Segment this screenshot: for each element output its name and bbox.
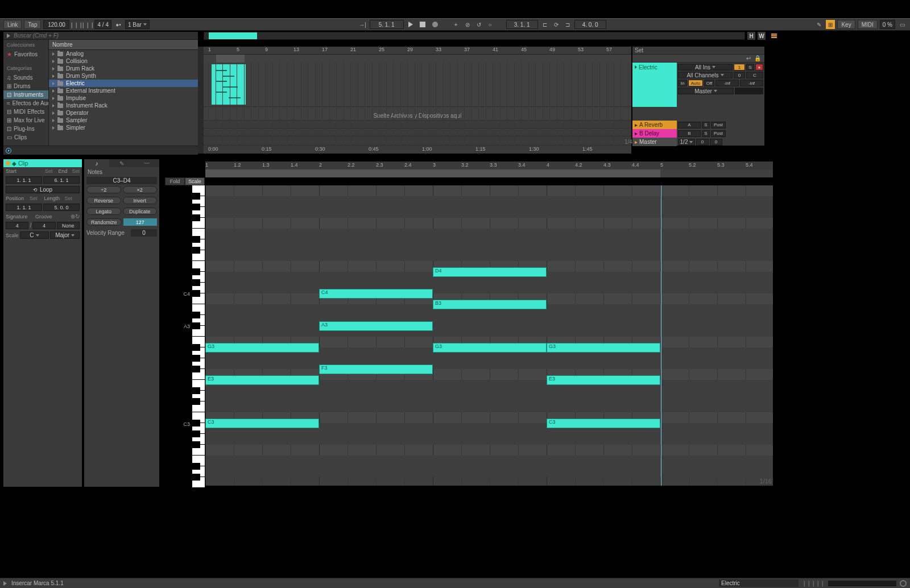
computer-midi-icon[interactable]: ⊞ [826, 20, 835, 29]
arrangement-ruler[interactable]: 159131721252933374145495357 [204, 47, 631, 55]
send-b[interactable]: -inf [740, 80, 763, 86]
notes-tab[interactable]: ♪ [84, 159, 109, 167]
quantize-field[interactable]: 1 Bar [125, 20, 150, 29]
vrange-value[interactable]: 0 [131, 229, 157, 237]
sidebar-item-drums[interactable]: ⊞Drums [3, 82, 48, 90]
stop-button[interactable] [420, 22, 425, 27]
record-button[interactable] [432, 22, 438, 27]
midi-note[interactable]: D4 [433, 267, 547, 277]
sidebar-item-sounds[interactable]: ♫Sounds [3, 73, 48, 82]
overview-viewport[interactable] [209, 32, 257, 39]
song-position[interactable]: 5. 1. 1 [370, 20, 404, 29]
preview-play-icon[interactable] [6, 148, 11, 154]
back-to-arr-icon[interactable]: ↩ [746, 55, 751, 61]
sidebar-item-plug-ins[interactable]: ⊡Plug-Ins [3, 125, 48, 133]
track-name[interactable]: Electric [632, 63, 677, 107]
fold-button[interactable]: Fold [165, 177, 185, 185]
arrangement-loop-lane[interactable] [204, 55, 631, 63]
legato-button[interactable]: Legato [86, 208, 121, 215]
browser-item[interactable]: Sampler [49, 117, 198, 124]
arrangement-clip[interactable] [212, 64, 246, 105]
midi-note[interactable]: C4 [319, 289, 433, 299]
browser-collapse-icon[interactable] [7, 34, 10, 38]
overdub-icon[interactable]: + [452, 20, 461, 29]
input-channel[interactable]: All Channels [678, 72, 733, 78]
loop-length-field[interactable]: 5. 0. 0 [43, 204, 80, 211]
arrangement-overview[interactable] [204, 32, 745, 40]
midi-note[interactable]: E3 [547, 375, 660, 385]
mon-auto[interactable]: Auto [688, 80, 703, 86]
browser-item[interactable]: Simpler [49, 124, 198, 131]
browser-item[interactable]: Drum Rack [49, 65, 198, 72]
return-a[interactable]: ▸A Reverb A S Post [632, 121, 764, 129]
sidebar-item-max-for-live[interactable]: ⊞Max for Live [3, 116, 48, 125]
browser-item[interactable]: Operator [49, 109, 198, 117]
menu-icon[interactable] [770, 32, 778, 40]
search-input[interactable] [14, 32, 198, 39]
arrange-view-button[interactable]: W [758, 32, 766, 40]
loop-icon[interactable]: ⟳ [552, 20, 561, 29]
scale-key[interactable]: C [20, 231, 49, 239]
half-button[interactable]: ÷2 [86, 186, 121, 193]
capture-icon[interactable]: ○ [486, 20, 495, 29]
midi-note[interactable]: G3 [547, 343, 660, 353]
master-track[interactable]: ▸Master 1/2 0 0 [632, 138, 764, 146]
key-map-button[interactable]: Key [837, 20, 855, 29]
sig-den[interactable]: 4 [32, 222, 55, 229]
loop-length[interactable]: 4. 0. 0 [574, 20, 606, 29]
sidebar-item-midi-effects[interactable]: ⊟MIDI Effects [3, 107, 48, 116]
clip-start[interactable]: 1. 1. 1 [6, 176, 42, 184]
track-header-main[interactable]: Electric All Ins 1 S ● All Channels 0 C … [632, 63, 764, 107]
midi-note[interactable]: B3 [433, 300, 547, 309]
sidebar-item-instruments[interactable]: ⊡Instruments [3, 90, 48, 99]
clip-end[interactable]: 6. 1. 1 [43, 176, 80, 184]
reenable-auto-icon[interactable]: ↺ [474, 20, 483, 29]
note-grid[interactable]: 1/16 D4C4B3A3G3G3G3F3E3E3C3C3 [205, 185, 773, 486]
sidebar-item-efectos-de-audio[interactable]: ≈Efectos de Audio [3, 99, 48, 107]
session-view-button[interactable]: H [747, 32, 755, 40]
nudge-down-icon[interactable]: ❘❘❘ [72, 20, 81, 29]
pianoroll-loop-lane[interactable] [205, 169, 773, 177]
punch-out-icon[interactable]: ⊐ [563, 20, 572, 29]
arrangement-tracks[interactable]: Suelte Archivos y Dispositivos aquí [204, 63, 631, 146]
pianoroll-ruler[interactable]: 11.21.31.422.22.32.433.23.33.444.24.34.4… [205, 162, 773, 169]
automation-arm-icon[interactable]: ⊘ [463, 20, 472, 29]
return-b[interactable]: ▸B Delay B S Post [632, 129, 764, 138]
loop-start[interactable]: 3. 1. 1 [506, 20, 538, 29]
midi-note[interactable]: E3 [205, 375, 319, 385]
solo-button[interactable]: S [746, 64, 754, 71]
arm-button[interactable]: ● [755, 64, 763, 71]
tempo-field[interactable]: 120.00 [43, 20, 69, 29]
piano-keyboard[interactable] [192, 185, 205, 486]
lock-icon[interactable]: 🔒 [754, 55, 761, 61]
loop-brace[interactable] [216, 55, 245, 63]
groove-field[interactable]: None [57, 222, 80, 229]
link-button[interactable]: Link [3, 20, 22, 29]
browser-item[interactable]: Analog [49, 50, 198, 57]
double-button[interactable]: ×2 [123, 186, 158, 193]
metronome-icon[interactable]: ●• [114, 20, 123, 29]
device-name[interactable]: Electric [719, 579, 799, 587]
input-type[interactable]: All Ins [678, 64, 733, 71]
loop-toggle[interactable]: ⟲ Loop [6, 186, 80, 193]
midi-note[interactable]: F3 [319, 365, 433, 374]
mon-off[interactable]: Off [704, 80, 714, 86]
output[interactable]: Master [678, 88, 734, 94]
sidebar-item-clips[interactable]: ▭Clips [3, 133, 48, 142]
loop-position[interactable]: 1. 1. 1 [6, 204, 42, 211]
browser-item[interactable]: Impulse [49, 94, 198, 102]
clip-title[interactable]: ◆Clip [3, 159, 82, 167]
browser-item[interactable]: Instrument Rack [49, 102, 198, 109]
scale-mode[interactable]: Major [50, 231, 80, 239]
mpe-tab[interactable]: 〰 [134, 159, 159, 167]
reverse-button[interactable]: Reverse [86, 197, 121, 204]
scale-button[interactable]: Scale [185, 177, 205, 185]
send-a[interactable]: -inf [715, 80, 739, 86]
midi-map-button[interactable]: MIDI [858, 20, 878, 29]
nudge-up-icon[interactable]: ❘❘❘ [83, 20, 92, 29]
midi-note[interactable]: G3 [433, 343, 547, 353]
randomize-value[interactable]: 127 [123, 218, 158, 226]
duplicate-button[interactable]: Duplicate [123, 208, 158, 215]
mon-in[interactable]: In [678, 80, 687, 86]
midi-note[interactable]: C3 [547, 419, 660, 428]
